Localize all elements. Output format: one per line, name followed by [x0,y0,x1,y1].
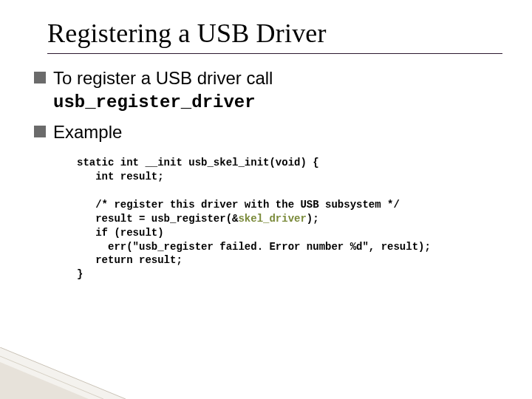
bullet-text: Example [53,121,502,144]
code-line: static int __init usb_skel_init(void) { [77,157,319,168]
svg-marker-0 [0,347,126,399]
slide-title: Registering a USB Driver [47,18,502,49]
bullet-item: To register a USB driver call usb_regist… [34,67,502,114]
bullet-text-plain: To register a USB driver call [53,68,273,88]
code-block: static int __init usb_skel_init(void) { … [77,156,502,282]
svg-marker-1 [0,362,89,399]
bullet-item: Example [34,121,502,144]
code-line: /* register this driver with the USB sub… [77,199,400,211]
slide: Registering a USB Driver To register a U… [0,0,532,399]
bullet-list: To register a USB driver call usb_regist… [34,67,502,144]
code-line: } [77,268,83,280]
bullet-text-plain: Example [53,122,122,142]
corner-decoration-icon [0,347,126,399]
svg-line-2 [0,347,126,399]
svg-line-3 [0,356,103,399]
code-line: err("usb_register failed. Error number %… [77,241,431,253]
title-rule [47,53,502,54]
code-line: ); [307,213,319,225]
code-line: result = usb_register(& [77,213,238,225]
code-highlight: skel_driver [238,213,306,225]
bullet-text: To register a USB driver call usb_regist… [53,67,502,114]
code-line: int result; [77,171,164,183]
code-line: if (result) [77,227,164,239]
square-bullet-icon [34,126,46,137]
square-bullet-icon [34,72,46,83]
bullet-text-code: usb_register_driver [53,92,256,112]
code-line: return result; [77,254,183,266]
